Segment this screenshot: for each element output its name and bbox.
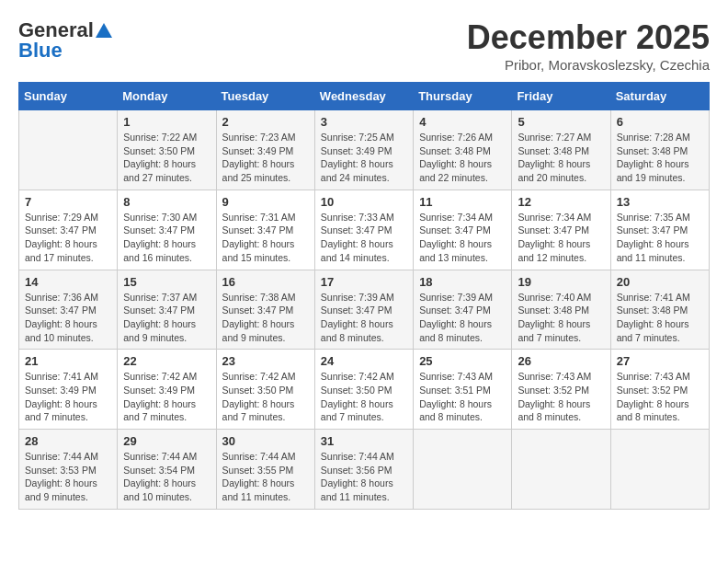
day-number: 16 (222, 275, 309, 289)
day-number: 9 (222, 195, 309, 209)
calendar-cell: 4Sunrise: 7:26 AM Sunset: 3:48 PM Daylig… (414, 110, 512, 190)
calendar-cell: 5Sunrise: 7:27 AM Sunset: 3:48 PM Daylig… (512, 110, 610, 190)
calendar-week-row: 14Sunrise: 7:36 AM Sunset: 3:47 PM Dayli… (19, 270, 710, 350)
day-info: Sunrise: 7:42 AM Sunset: 3:49 PM Dayligh… (123, 370, 210, 424)
day-number: 14 (25, 275, 111, 289)
day-number: 1 (123, 115, 210, 129)
calendar-week-row: 21Sunrise: 7:41 AM Sunset: 3:49 PM Dayli… (19, 350, 710, 430)
day-info: Sunrise: 7:22 AM Sunset: 3:50 PM Dayligh… (123, 131, 210, 185)
calendar-cell: 12Sunrise: 7:34 AM Sunset: 3:47 PM Dayli… (512, 190, 610, 270)
day-number: 29 (123, 434, 210, 448)
day-number: 3 (321, 115, 407, 129)
day-info: Sunrise: 7:31 AM Sunset: 3:47 PM Dayligh… (222, 211, 309, 265)
calendar-cell: 1Sunrise: 7:22 AM Sunset: 3:50 PM Daylig… (118, 110, 216, 190)
day-number: 23 (222, 354, 309, 368)
calendar-cell: 3Sunrise: 7:25 AM Sunset: 3:49 PM Daylig… (314, 110, 413, 190)
day-number: 28 (25, 434, 111, 448)
header-day: Monday (118, 83, 216, 110)
day-number: 21 (25, 354, 111, 368)
calendar-week-row: 28Sunrise: 7:44 AM Sunset: 3:53 PM Dayli… (19, 430, 710, 510)
day-number: 26 (518, 354, 604, 368)
calendar-cell: 18Sunrise: 7:39 AM Sunset: 3:47 PM Dayli… (414, 270, 512, 350)
header-day: Thursday (414, 83, 512, 110)
calendar-cell (512, 430, 610, 510)
calendar-cell: 13Sunrise: 7:35 AM Sunset: 3:47 PM Dayli… (610, 190, 709, 270)
calendar-cell: 30Sunrise: 7:44 AM Sunset: 3:55 PM Dayli… (216, 430, 314, 510)
calendar-cell: 6Sunrise: 7:28 AM Sunset: 3:48 PM Daylig… (610, 110, 709, 190)
day-info: Sunrise: 7:41 AM Sunset: 3:48 PM Dayligh… (617, 291, 703, 345)
header-day: Sunday (19, 83, 118, 110)
day-info: Sunrise: 7:43 AM Sunset: 3:51 PM Dayligh… (419, 370, 506, 424)
header-day: Saturday (610, 83, 709, 110)
day-number: 17 (321, 275, 407, 289)
day-number: 7 (25, 195, 111, 209)
day-number: 15 (123, 275, 210, 289)
day-info: Sunrise: 7:34 AM Sunset: 3:47 PM Dayligh… (419, 211, 506, 265)
day-info: Sunrise: 7:44 AM Sunset: 3:54 PM Dayligh… (123, 450, 210, 504)
day-info: Sunrise: 7:44 AM Sunset: 3:55 PM Dayligh… (222, 450, 309, 504)
day-info: Sunrise: 7:34 AM Sunset: 3:47 PM Dayligh… (518, 211, 604, 265)
day-number: 18 (419, 275, 506, 289)
header-row: SundayMondayTuesdayWednesdayThursdayFrid… (19, 83, 710, 110)
day-number: 5 (518, 115, 604, 129)
day-number: 10 (321, 195, 407, 209)
day-number: 13 (617, 195, 703, 209)
calendar-cell (19, 110, 118, 190)
svg-marker-0 (96, 23, 112, 38)
day-number: 4 (419, 115, 506, 129)
header-day: Tuesday (216, 83, 314, 110)
day-number: 19 (518, 275, 604, 289)
day-info: Sunrise: 7:43 AM Sunset: 3:52 PM Dayligh… (518, 370, 604, 424)
calendar-cell: 23Sunrise: 7:42 AM Sunset: 3:50 PM Dayli… (216, 350, 314, 430)
day-number: 30 (222, 434, 309, 448)
calendar-cell: 21Sunrise: 7:41 AM Sunset: 3:49 PM Dayli… (19, 350, 118, 430)
calendar-cell: 17Sunrise: 7:39 AM Sunset: 3:47 PM Dayli… (314, 270, 413, 350)
day-number: 25 (419, 354, 506, 368)
day-info: Sunrise: 7:42 AM Sunset: 3:50 PM Dayligh… (222, 370, 309, 424)
calendar-cell: 19Sunrise: 7:40 AM Sunset: 3:48 PM Dayli… (512, 270, 610, 350)
day-info: Sunrise: 7:25 AM Sunset: 3:49 PM Dayligh… (321, 131, 407, 185)
calendar-table: SundayMondayTuesdayWednesdayThursdayFrid… (18, 82, 710, 510)
calendar-cell: 22Sunrise: 7:42 AM Sunset: 3:49 PM Dayli… (118, 350, 216, 430)
day-info: Sunrise: 7:35 AM Sunset: 3:47 PM Dayligh… (617, 211, 703, 265)
calendar-cell: 29Sunrise: 7:44 AM Sunset: 3:54 PM Dayli… (118, 430, 216, 510)
calendar-cell: 28Sunrise: 7:44 AM Sunset: 3:53 PM Dayli… (19, 430, 118, 510)
calendar-cell: 9Sunrise: 7:31 AM Sunset: 3:47 PM Daylig… (216, 190, 314, 270)
calendar-cell: 31Sunrise: 7:44 AM Sunset: 3:56 PM Dayli… (314, 430, 413, 510)
calendar-cell: 16Sunrise: 7:38 AM Sunset: 3:47 PM Dayli… (216, 270, 314, 350)
logo-icon (96, 22, 112, 39)
day-number: 22 (123, 354, 210, 368)
calendar-cell: 26Sunrise: 7:43 AM Sunset: 3:52 PM Dayli… (512, 350, 610, 430)
calendar-week-row: 1Sunrise: 7:22 AM Sunset: 3:50 PM Daylig… (19, 110, 710, 190)
day-info: Sunrise: 7:28 AM Sunset: 3:48 PM Dayligh… (617, 131, 703, 185)
calendar-cell: 14Sunrise: 7:36 AM Sunset: 3:47 PM Dayli… (19, 270, 118, 350)
day-number: 8 (123, 195, 210, 209)
day-info: Sunrise: 7:23 AM Sunset: 3:49 PM Dayligh… (222, 131, 309, 185)
page-header: General Blue December 2025 Pribor, Morav… (18, 18, 710, 73)
calendar-cell: 10Sunrise: 7:33 AM Sunset: 3:47 PM Dayli… (314, 190, 413, 270)
calendar-cell: 24Sunrise: 7:42 AM Sunset: 3:50 PM Dayli… (314, 350, 413, 430)
day-info: Sunrise: 7:40 AM Sunset: 3:48 PM Dayligh… (518, 291, 604, 345)
header-day: Wednesday (314, 83, 413, 110)
day-info: Sunrise: 7:38 AM Sunset: 3:47 PM Dayligh… (222, 291, 309, 345)
calendar-cell: 7Sunrise: 7:29 AM Sunset: 3:47 PM Daylig… (19, 190, 118, 270)
month-title: December 2025 (467, 18, 710, 57)
day-info: Sunrise: 7:39 AM Sunset: 3:47 PM Dayligh… (321, 291, 407, 345)
calendar-cell: 15Sunrise: 7:37 AM Sunset: 3:47 PM Dayli… (118, 270, 216, 350)
day-number: 11 (419, 195, 506, 209)
calendar-cell: 20Sunrise: 7:41 AM Sunset: 3:48 PM Dayli… (610, 270, 709, 350)
day-info: Sunrise: 7:44 AM Sunset: 3:56 PM Dayligh… (321, 450, 407, 504)
day-number: 27 (617, 354, 703, 368)
day-number: 20 (617, 275, 703, 289)
day-info: Sunrise: 7:42 AM Sunset: 3:50 PM Dayligh… (321, 370, 407, 424)
calendar-cell: 8Sunrise: 7:30 AM Sunset: 3:47 PM Daylig… (118, 190, 216, 270)
day-number: 6 (617, 115, 703, 129)
day-info: Sunrise: 7:44 AM Sunset: 3:53 PM Dayligh… (25, 450, 111, 504)
day-info: Sunrise: 7:36 AM Sunset: 3:47 PM Dayligh… (25, 291, 111, 345)
day-number: 31 (321, 434, 407, 448)
day-number: 12 (518, 195, 604, 209)
calendar-cell: 11Sunrise: 7:34 AM Sunset: 3:47 PM Dayli… (414, 190, 512, 270)
calendar-week-row: 7Sunrise: 7:29 AM Sunset: 3:47 PM Daylig… (19, 190, 710, 270)
day-number: 24 (321, 354, 407, 368)
day-info: Sunrise: 7:37 AM Sunset: 3:47 PM Dayligh… (123, 291, 210, 345)
